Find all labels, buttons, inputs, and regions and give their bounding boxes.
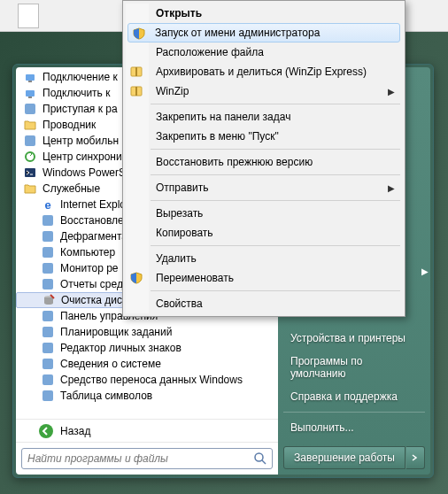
shutdown-button[interactable]: Завершение работы xyxy=(283,446,406,469)
program-label: Служебные xyxy=(42,182,100,195)
right-pane-item[interactable]: Устройства и принтеры xyxy=(283,327,425,350)
context-menu-label: Закрепить в меню "Пуск" xyxy=(156,130,279,143)
svg-rect-7 xyxy=(25,168,35,177)
computer-icon xyxy=(41,245,55,259)
program-subitem[interactable]: Средство переноса данных Windows xyxy=(16,372,278,388)
svg-rect-9 xyxy=(42,231,53,242)
restore-icon xyxy=(41,213,55,228)
context-menu-label: Восстановить прежнюю версию xyxy=(156,156,313,168)
search-row xyxy=(16,442,278,475)
mobility-icon xyxy=(23,134,37,148)
context-menu-item[interactable]: Переименовать xyxy=(149,268,402,288)
report-icon xyxy=(41,277,55,291)
context-menu-label: Свойства xyxy=(156,297,203,310)
program-label: Средство переноса данных Windows xyxy=(60,374,243,386)
context-menu-item[interactable]: Удалить xyxy=(149,249,402,268)
context-menu: ОткрытьЗапуск от имени администратораРас… xyxy=(122,0,406,317)
context-menu-label: Удалить xyxy=(156,252,197,265)
context-menu-label: Расположение файла xyxy=(156,46,264,58)
context-menu-item[interactable]: Отправить▶ xyxy=(149,178,402,197)
sync-icon xyxy=(23,150,37,164)
search-input[interactable] xyxy=(21,448,273,469)
svg-rect-16 xyxy=(42,343,53,353)
transfer-icon xyxy=(41,373,55,387)
submenu-arrow-icon: ▶ xyxy=(388,87,395,96)
menu-separator xyxy=(151,104,400,104)
program-label: Отчеты сред xyxy=(60,278,123,290)
svg-rect-14 xyxy=(42,311,53,321)
svg-rect-10 xyxy=(42,247,53,258)
program-label: Таблица символов xyxy=(60,390,152,402)
back-button[interactable]: Назад xyxy=(16,419,278,442)
program-subitem[interactable]: Редактор личных знаков xyxy=(16,340,278,356)
cpanel-icon xyxy=(41,309,55,323)
context-menu-item[interactable]: Открыть xyxy=(149,4,402,23)
svg-line-21 xyxy=(262,460,266,464)
powershell-icon xyxy=(23,166,37,180)
svg-rect-12 xyxy=(42,279,53,289)
program-label: Центр мобильн xyxy=(42,135,119,147)
svg-rect-11 xyxy=(42,263,53,274)
context-menu-item[interactable]: Копировать xyxy=(149,223,402,243)
context-menu-item[interactable]: Восстановить прежнюю версию xyxy=(149,152,402,172)
program-label: Подключение к xyxy=(42,71,118,83)
menu-separator xyxy=(151,245,400,246)
charmap-icon xyxy=(41,389,55,403)
submenu-arrow-icon: ▶ xyxy=(388,183,395,193)
shutdown-group: Завершение работы xyxy=(283,446,425,469)
svg-rect-1 xyxy=(28,81,32,82)
menu-separator xyxy=(151,200,400,201)
shield xyxy=(132,27,146,41)
program-subitem[interactable]: Планировщик заданий xyxy=(16,324,278,340)
program-label: Подключить к xyxy=(42,87,110,99)
connection-icon xyxy=(23,70,37,84)
chars-icon xyxy=(41,341,55,355)
context-menu-item[interactable]: Закрепить на панели задач xyxy=(149,107,402,127)
context-menu-label: Копировать xyxy=(156,227,213,239)
context-menu-label: Архивировать и делиться (WinZip Express) xyxy=(156,66,367,78)
program-label: Планировщик заданий xyxy=(60,326,172,338)
program-subitem[interactable]: Сведения о системе xyxy=(16,356,278,372)
program-label: Сведения о системе xyxy=(60,358,161,370)
winzip xyxy=(129,65,143,79)
svg-rect-15 xyxy=(42,327,53,337)
sysinfo-icon xyxy=(41,357,55,371)
cleanup-icon xyxy=(42,293,56,307)
context-menu-item[interactable]: Свойства xyxy=(149,294,402,313)
svg-rect-2 xyxy=(26,90,35,96)
back-label: Назад xyxy=(60,425,90,437)
connection-icon xyxy=(23,86,37,100)
context-menu-label: Запуск от имени администратора xyxy=(155,27,320,39)
ie-icon: e xyxy=(41,197,55,212)
program-label: Проводник xyxy=(42,119,96,131)
right-pane-item[interactable]: Выполнить... xyxy=(283,416,425,439)
svg-point-6 xyxy=(26,152,35,161)
shutdown-options-button[interactable] xyxy=(406,446,425,469)
winzip xyxy=(129,84,143,98)
program-label: Приступая к ра xyxy=(42,103,118,115)
folder-icon xyxy=(23,181,37,196)
context-menu-item[interactable]: Запуск от имени администратора xyxy=(127,23,400,42)
scheduler-icon xyxy=(41,325,55,339)
flyout-arrow-icon: ▶ xyxy=(421,266,429,276)
context-menu-item[interactable]: Закрепить в меню "Пуск" xyxy=(149,127,402,146)
program-label: Очистка диск xyxy=(61,294,127,306)
context-menu-label: Вырезать xyxy=(156,207,203,220)
right-pane-item[interactable]: Справка и поддержка xyxy=(283,385,425,408)
program-label: Монитор ре xyxy=(60,262,119,274)
context-menu-item[interactable]: Архивировать и делиться (WinZip Express) xyxy=(149,62,402,81)
context-menu-label: Закрепить на панели задач xyxy=(156,111,290,123)
context-menu-item[interactable]: WinZip▶ xyxy=(149,81,402,101)
svg-rect-19 xyxy=(42,390,53,401)
folder-icon xyxy=(23,118,37,132)
program-label: Компьютер xyxy=(60,246,115,259)
menu-separator xyxy=(151,174,400,175)
right-pane-item[interactable]: Программы по умолчанию xyxy=(283,350,425,385)
menu-separator xyxy=(151,149,400,150)
context-menu-item[interactable]: Расположение файла xyxy=(149,42,402,62)
program-subitem[interactable]: Таблица символов xyxy=(16,388,278,404)
program-label: Windows PowerS xyxy=(42,166,126,179)
svg-point-20 xyxy=(255,453,263,461)
context-menu-item[interactable]: Вырезать xyxy=(149,204,402,223)
monitor-icon xyxy=(41,261,55,275)
